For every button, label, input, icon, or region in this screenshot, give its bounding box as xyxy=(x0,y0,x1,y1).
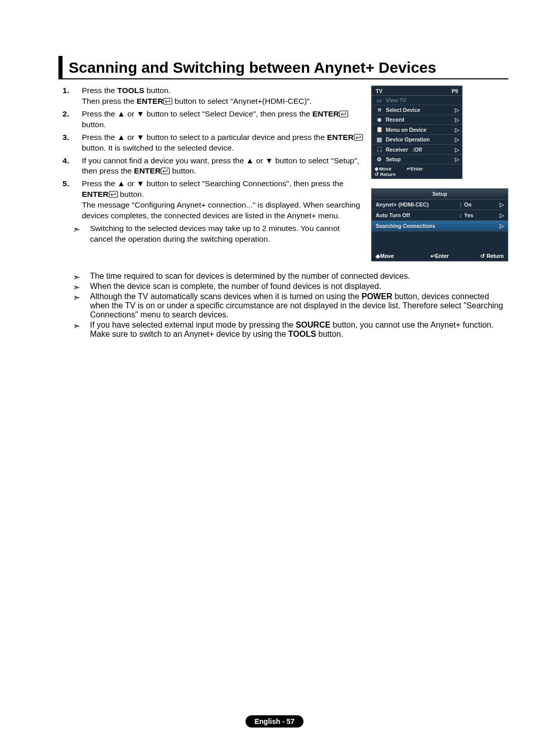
row-label: Searching Connections xyxy=(376,223,457,229)
chevron-right-icon: ▷ xyxy=(455,136,459,142)
fig1-row: ▤Device Operation▷ xyxy=(372,135,462,144)
row-icon: ▤ xyxy=(375,136,384,142)
note-4a: Although the TV automatically scans devi… xyxy=(90,292,361,301)
tools-label-2: TOOLS xyxy=(288,330,316,338)
fig2-blank xyxy=(372,231,508,251)
fig1-enter: ↵Enter xyxy=(407,166,423,171)
fig2-enter: ↵Enter xyxy=(418,253,461,259)
row-label: Menu on Device xyxy=(386,127,455,133)
enter-icon xyxy=(163,97,172,104)
fig1-row: ⤱Select Device▷ xyxy=(372,105,462,115)
row-label: Setup xyxy=(386,156,455,162)
chevron-right-icon: ▷ xyxy=(455,156,459,162)
row-value: On xyxy=(464,201,500,208)
row-label: Anynet+ (HDMI-CEC) xyxy=(376,201,457,208)
row-icon: ⏺ xyxy=(375,117,384,123)
fig1-move: ◆ Move xyxy=(375,166,391,171)
page-footer: English - 57 xyxy=(0,715,549,728)
row-label: Receiver :Off xyxy=(386,147,455,153)
row-value: Yes xyxy=(464,212,500,218)
figure-column: TV P9 ▭View TV⤱Select Device▷⏺Record▷📋Me… xyxy=(371,85,508,271)
enter-label-1: ENTER xyxy=(137,97,164,105)
row-icon: ⚙ xyxy=(375,156,384,162)
step-5-text-c: button. xyxy=(118,190,144,198)
step-4-text-a: If you cannot find a device you want, pr… xyxy=(82,156,359,176)
step-1-text-d: Then press the xyxy=(82,97,137,105)
enter-icon xyxy=(354,133,363,140)
fig2-title: Setup xyxy=(372,189,508,199)
fig1-footer: ◆ Move ↵Enter ↻ Return xyxy=(372,164,462,179)
step-4: If you cannot find a device you want, pr… xyxy=(73,156,364,177)
step-2-text-a: Press the ▲ or ▼ button to select "Selec… xyxy=(82,109,313,118)
fig1-row: 📋Menu on Device▷ xyxy=(372,125,462,135)
step-4-text-c: button. xyxy=(170,166,196,175)
chevron-right-icon: ▷ xyxy=(455,147,459,153)
fig1-title-right: P9 xyxy=(451,88,458,94)
note-3: When the device scan is complete, the nu… xyxy=(73,282,508,291)
step-5-text-d: The message "Configuring Anynet+ connect… xyxy=(82,200,360,220)
row-colon: : xyxy=(457,212,464,218)
step-1-text-a: Press the xyxy=(82,86,117,95)
fig1-return: ↻ Return xyxy=(375,171,395,177)
setup-menu-figure: Setup Anynet+ (HDMI-CEC):On▷Auto Turn Of… xyxy=(371,188,508,261)
heading-wrap: Scanning and Switching between Anynet+ D… xyxy=(58,56,508,79)
row-label: Record xyxy=(386,117,455,123)
fig2-row: Anynet+ (HDMI-CEC):On▷ xyxy=(372,199,508,210)
row-colon: : xyxy=(457,201,464,208)
fig1-row: ⏺Record▷ xyxy=(372,115,462,125)
chevron-right-icon: ▷ xyxy=(455,107,459,113)
row-icon: 🎧 xyxy=(375,146,384,153)
enter-icon xyxy=(339,110,348,117)
chevron-right-icon: ▷ xyxy=(455,117,459,123)
step-3: Press the ▲ or ▼ button to select to a p… xyxy=(73,132,364,154)
enter-icon xyxy=(109,190,118,197)
notes-short: Switching to the selected devices may ta… xyxy=(73,223,364,245)
note-4: Although the TV automatically scans devi… xyxy=(73,292,508,319)
step-1: Press the TOOLS button. Then press the E… xyxy=(73,85,364,107)
svg-rect-2 xyxy=(354,134,362,140)
tools-label: TOOLS xyxy=(117,86,144,95)
notes-full: The time required to scan for devices is… xyxy=(73,272,508,339)
step-5-text-a: Press the ▲ or ▼ button to select "Searc… xyxy=(82,179,344,188)
step-3-text-a: Press the ▲ or ▼ button to select to a p… xyxy=(82,133,327,141)
svg-rect-4 xyxy=(109,191,117,197)
fig2-row: Auto Turn Off:Yes▷ xyxy=(372,210,508,221)
step-3-text-c: button. It is switched to the selected d… xyxy=(82,143,234,152)
fig2-return: ↻ Return xyxy=(461,253,504,259)
chevron-right-icon: ▷ xyxy=(500,212,504,218)
enter-icon xyxy=(161,167,170,174)
svg-rect-0 xyxy=(164,98,172,104)
tv-popup-figure: TV P9 ▭View TV⤱Select Device▷⏺Record▷📋Me… xyxy=(371,85,463,179)
fig1-title-left: TV xyxy=(376,88,382,94)
note-5: If you have selected external input mode… xyxy=(73,321,508,339)
svg-rect-3 xyxy=(161,168,170,174)
step-2-text-c: button. xyxy=(82,120,106,129)
body-area: Press the TOOLS button. Then press the E… xyxy=(58,85,508,271)
row-label: Select Device xyxy=(386,107,455,113)
row-icon: ⤱ xyxy=(375,107,384,113)
page-title: Scanning and Switching between Anynet+ D… xyxy=(69,56,508,78)
note-2: The time required to scan for devices is… xyxy=(73,272,508,281)
fig2-footer: ◆ Move ↵Enter ↻ Return xyxy=(372,251,508,261)
chevron-right-icon: ▷ xyxy=(500,223,504,229)
enter-label-2: ENTER xyxy=(313,109,340,118)
row-icon: 📋 xyxy=(375,126,384,133)
text-column: Press the TOOLS button. Then press the E… xyxy=(58,85,364,271)
note-1: Switching to the selected devices may ta… xyxy=(73,223,364,245)
fig2-move: ◆ Move xyxy=(376,253,418,259)
fig2-row: Searching Connections▷ xyxy=(372,221,508,231)
enter-label-5: ENTER xyxy=(82,190,109,198)
steps-list: Press the TOOLS button. Then press the E… xyxy=(73,85,364,221)
step-1-text-c: button. xyxy=(144,86,171,95)
enter-label-3: ENTER xyxy=(327,133,354,141)
step-1-text-f: button to select "Anynet+(HDMI-CEC)". xyxy=(172,97,312,105)
svg-rect-1 xyxy=(340,111,348,117)
fig1-header: TV P9 xyxy=(372,86,462,96)
step-5: Press the ▲ or ▼ button to select "Searc… xyxy=(73,179,364,221)
chevron-right-icon: ▷ xyxy=(500,201,504,208)
fig1-row: ⚙Setup▷ xyxy=(372,155,462,164)
source-label: SOURCE xyxy=(296,321,330,329)
fig1-row: 🎧Receiver :Off▷ xyxy=(372,144,462,155)
step-2: Press the ▲ or ▼ button to select "Selec… xyxy=(73,109,364,130)
row-icon: ▭ xyxy=(375,97,384,103)
